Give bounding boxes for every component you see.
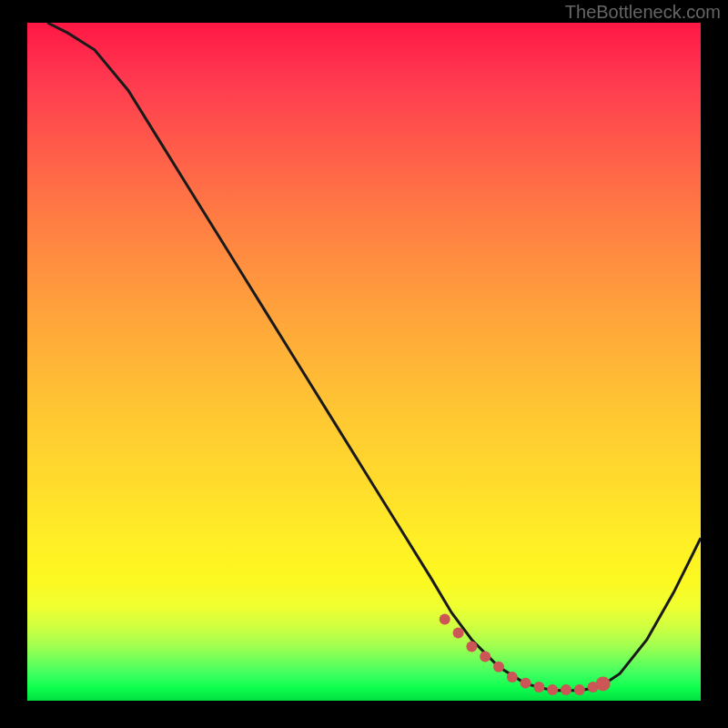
marker-dot xyxy=(440,614,450,625)
marker-dot xyxy=(561,684,571,695)
marker-dot xyxy=(480,652,490,662)
marker-dot xyxy=(507,672,518,682)
plot-area xyxy=(27,23,701,701)
marker-dot xyxy=(574,684,585,695)
marker-dot xyxy=(547,684,558,695)
marker-dot xyxy=(493,662,504,672)
marker-dot xyxy=(533,682,544,693)
bottleneck-curve xyxy=(47,23,701,691)
marker-dot xyxy=(466,641,477,652)
watermark-text: TheBottleneck.com xyxy=(565,2,721,23)
marker-dot xyxy=(453,628,464,639)
marker-dot xyxy=(521,678,531,689)
chart-svg xyxy=(27,23,701,701)
highlight-markers xyxy=(440,614,611,695)
marker-dot xyxy=(596,676,611,691)
